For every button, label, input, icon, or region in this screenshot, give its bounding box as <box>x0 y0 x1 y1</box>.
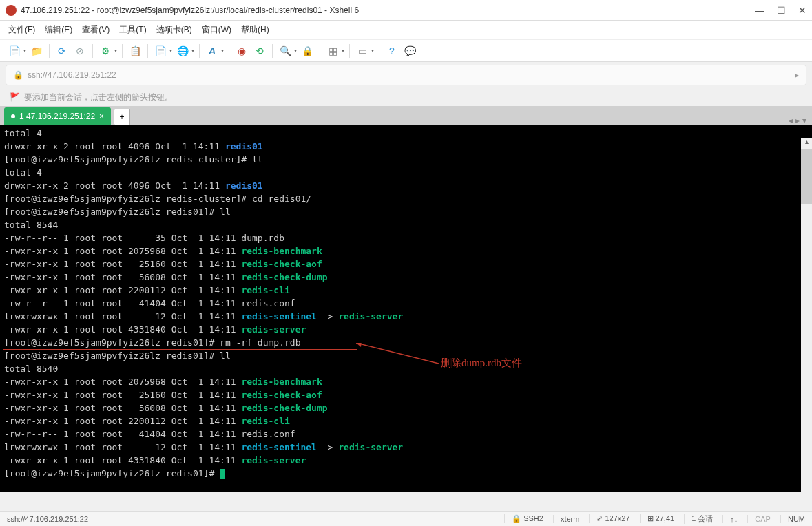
cursor <box>220 469 225 479</box>
terminal[interactable]: total 4 drwxr-xr-x 2 root root 4096 Oct … <box>0 125 812 492</box>
status-dot-icon <box>11 114 15 118</box>
status-cap: CAP <box>747 515 771 523</box>
status-term: xterm <box>553 515 580 523</box>
tab-bar: 1 47.106.219.251:22 × + ◂ ▸ ▾ <box>0 106 812 125</box>
minimize-button[interactable]: — <box>755 5 764 16</box>
tab-label: 1 47.106.219.251:22 <box>19 112 95 121</box>
lock-icon: 🔒 <box>13 70 23 80</box>
close-button[interactable]: ✕ <box>798 5 806 16</box>
properties-icon[interactable]: ⚙ <box>98 43 113 59</box>
help-icon[interactable]: ? <box>384 43 399 59</box>
paste-icon[interactable]: 📄 <box>153 43 168 59</box>
address-url: ssh://47.106.219.251:22 <box>28 70 795 80</box>
status-ssh: 🔒 SSH2 <box>504 514 543 523</box>
reconnect-icon[interactable]: ⟳ <box>54 43 70 59</box>
flag-icon: 🚩 <box>10 92 20 102</box>
address-bar[interactable]: 🔒 ssh://47.106.219.251:22 ▸ <box>6 65 806 85</box>
maximize-button[interactable]: ☐ <box>777 5 786 16</box>
scroll-up-icon[interactable]: ▴ <box>801 138 812 149</box>
annotation-text: 删除dump.rdb文件 <box>441 357 522 370</box>
menu-edit[interactable]: 编辑(E) <box>45 24 72 36</box>
status-pos: ⊞ 27,41 <box>640 514 675 523</box>
chat-icon[interactable]: 💬 <box>402 43 417 59</box>
scrollbar[interactable]: ▴ <box>801 138 812 511</box>
menu-file[interactable]: 文件(F) <box>8 24 35 36</box>
xftp-icon[interactable]: ◉ <box>234 43 249 59</box>
font-icon[interactable]: A <box>205 43 220 59</box>
lock-icon[interactable]: 🔒 <box>300 43 315 59</box>
go-icon[interactable]: ▸ <box>795 70 799 80</box>
session-tab[interactable]: 1 47.106.219.251:22 × <box>4 107 111 125</box>
open-icon[interactable]: 📁 <box>29 43 44 59</box>
menu-window[interactable]: 窗口(W) <box>202 24 231 36</box>
tab-nav: ◂ ▸ ▾ <box>789 116 806 125</box>
menu-tools[interactable]: 工具(T) <box>119 24 146 36</box>
globe-icon[interactable]: 🌐 <box>175 43 190 59</box>
highlight-icon[interactable]: ▦ <box>325 43 340 59</box>
menu-view[interactable]: 查看(V) <box>82 24 110 36</box>
status-connect-icon: ↑↓ <box>722 515 738 523</box>
disconnect-icon[interactable]: ⊘ <box>72 43 87 59</box>
status-num: NUM <box>780 515 805 523</box>
window-title: 47.106.219.251:22 - root@izwz9ef5sjam9pv… <box>21 6 755 15</box>
scrollbar-thumb[interactable] <box>801 149 812 204</box>
status-address: ssh://47.106.219.251:22 <box>7 515 495 523</box>
menu-bar: 文件(F) 编辑(E) 查看(V) 工具(T) 选项卡(B) 窗口(W) 帮助(… <box>0 21 812 40</box>
status-size: ⤢ 127x27 <box>589 514 629 523</box>
menu-help[interactable]: 帮助(H) <box>241 24 269 36</box>
status-sessions: 1 会话 <box>684 514 713 524</box>
layout-icon[interactable]: ▭ <box>355 43 370 59</box>
title-bar: 47.106.219.251:22 - root@izwz9ef5sjam9pv… <box>0 0 812 21</box>
tab-prev-icon[interactable]: ◂ <box>789 116 793 125</box>
add-tab-button[interactable]: + <box>114 109 130 125</box>
find-icon[interactable]: 🔍 <box>278 43 293 59</box>
status-bar: ssh://47.106.219.251:22 🔒 SSH2 xterm ⤢ 1… <box>0 511 812 526</box>
tab-next-icon[interactable]: ▸ <box>795 116 800 125</box>
tab-menu-icon[interactable]: ▾ <box>802 116 806 125</box>
hint-bar: 🚩 要添加当前会话，点击左侧的箭头按钮。 <box>0 88 812 106</box>
tab-close-icon[interactable]: × <box>99 112 104 121</box>
menu-tabs[interactable]: 选项卡(B) <box>156 24 192 36</box>
new-session-icon[interactable]: 📄 <box>7 43 22 59</box>
hint-text: 要添加当前会话，点击左侧的箭头按钮。 <box>24 92 173 103</box>
toolbar: 📄▾ 📁 ⟳ ⊘ ⚙▾ 📋 📄▾ 🌐▾ A▾ ◉ ⟲ 🔍▾ 🔒 ▦▾ ▭▾ ? … <box>0 40 812 62</box>
app-icon <box>6 5 17 16</box>
window-controls: — ☐ ✕ <box>755 5 806 16</box>
refresh-icon[interactable]: ⟲ <box>252 43 267 59</box>
copy-icon[interactable]: 📋 <box>127 43 143 59</box>
